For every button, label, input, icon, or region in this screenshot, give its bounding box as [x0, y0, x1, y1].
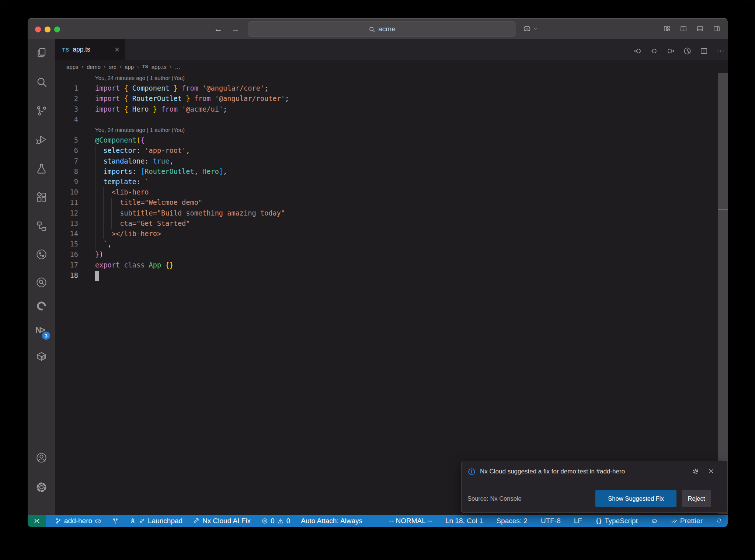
tab-app-ts[interactable]: TS app.ts: [55, 39, 125, 60]
zoom-window-button[interactable]: [54, 27, 60, 32]
code-text: subtitle="Build something amazing today": [95, 208, 285, 218]
remote-indicator[interactable]: [28, 515, 46, 527]
toggle-panel-icon[interactable]: [696, 25, 704, 34]
close-window-button[interactable]: [35, 27, 41, 32]
run-circle-icon[interactable]: [683, 47, 692, 57]
nav-forward-icon[interactable]: →: [231, 24, 240, 34]
link-icon: [139, 518, 145, 524]
minimize-window-button[interactable]: [45, 27, 51, 32]
line-number: 5: [55, 135, 78, 146]
status-label: UTF-8: [541, 517, 561, 525]
status-notifications-bell[interactable]: [716, 518, 723, 524]
title-bar: ← → acme: [28, 18, 728, 39]
breadcrumb-item[interactable]: demo: [87, 64, 101, 70]
breadcrumb-item[interactable]: apps: [66, 64, 79, 70]
status-eol[interactable]: LF: [574, 517, 582, 525]
status-encoding[interactable]: UTF-8: [541, 517, 561, 525]
status-auto-attach[interactable]: Auto Attach: Always: [301, 517, 362, 525]
command-center-search[interactable]: acme: [248, 21, 516, 37]
line-number: 7: [55, 156, 78, 167]
codelens-blame[interactable]: You, 24 minutes ago | 1 author (You): [95, 73, 185, 83]
status-nx-cloud-ai-fix[interactable]: Nx Cloud AI Fix: [193, 517, 251, 525]
line-number: 17: [55, 260, 78, 270]
search-value: acme: [378, 25, 395, 33]
vscode-window: ← → acme TS app.ts N>3 apps›demo›src›app…: [28, 18, 728, 527]
error-icon: [261, 518, 268, 524]
code-line-5: 5@Component({: [28, 135, 728, 146]
typescript-file-icon: TS: [62, 46, 69, 53]
git-branch-icon: [55, 518, 62, 524]
nav-back-icon[interactable]: ←: [214, 24, 222, 34]
copilot-menu[interactable]: [522, 24, 538, 33]
notification-settings-icon[interactable]: [692, 468, 699, 475]
status-vim-mode[interactable]: -- NORMAL --: [389, 517, 432, 525]
activity-explorer-icon[interactable]: [35, 47, 48, 59]
line-number: 13: [55, 218, 78, 229]
code-line-11: 11 title="Welcmoe demo": [28, 197, 728, 208]
line-number: 18: [55, 270, 78, 281]
braces-icon: {}: [595, 518, 602, 524]
editor[interactable]: You, 24 minutes ago | 1 author (You)1imp…: [28, 73, 728, 515]
code-line-6: 6 selector: 'app-root',: [28, 146, 728, 156]
status-nx-project-graph[interactable]: [112, 518, 119, 524]
status-label: Nx Cloud AI Fix: [202, 517, 251, 525]
code-line-8: 8 imports: [RouterOutlet, Hero],: [28, 167, 728, 177]
status-copilot-status[interactable]: [651, 518, 658, 524]
breadcrumb-item[interactable]: …: [175, 64, 180, 70]
status-formatter[interactable]: Prettier: [671, 517, 703, 525]
nav-forward-circle-icon[interactable]: [667, 47, 675, 57]
breadcrumb-item[interactable]: app: [125, 64, 134, 70]
status-label: 0: [271, 517, 275, 525]
breadcrumb-separator: ›: [82, 64, 84, 70]
show-suggested-fix-button[interactable]: Show Suggested Fix: [595, 490, 676, 507]
line-number: 14: [55, 229, 78, 239]
line-number: 15: [55, 239, 78, 249]
status-git-branch[interactable]: add-hero: [55, 517, 101, 525]
status-indentation[interactable]: Spaces: 2: [496, 517, 528, 525]
nav-back-circle-icon[interactable]: [633, 47, 642, 57]
code-line-9: 9 template: `: [28, 177, 728, 188]
editor-scrollbar[interactable]: [718, 73, 728, 514]
line-number: 8: [55, 167, 78, 177]
customize-layout-icon[interactable]: [663, 25, 671, 34]
status-bar: add-heroLaunchpadNx Cloud AI Fix00Auto A…: [28, 515, 728, 527]
reject-button[interactable]: Reject: [682, 490, 711, 507]
status-label: TypeScript: [605, 517, 638, 525]
code-line-12: 12 subtitle="Build something amazing tod…: [28, 208, 728, 219]
code-line-18: 18: [28, 270, 728, 281]
breadcrumb-item[interactable]: src: [109, 64, 116, 70]
status-problems[interactable]: 00: [261, 517, 290, 525]
breadcrumb[interactable]: apps›demo›src›app›TSapp.ts›…: [55, 60, 728, 73]
code-text: imports: [RouterOutlet, Hero],: [95, 167, 227, 177]
codelens-blame[interactable]: You, 24 minutes ago | 1 author (You): [95, 125, 185, 135]
breadcrumb-item[interactable]: app.ts: [152, 64, 167, 70]
status-launchpad[interactable]: Launchpad: [129, 517, 182, 525]
code-text: import { Component } from '@angular/core…: [95, 83, 268, 94]
code-line-1: 1import { Component } from '@angular/cor…: [28, 83, 728, 94]
toggle-secondary-sidebar-icon[interactable]: [713, 25, 720, 34]
status-label: Prettier: [680, 517, 703, 525]
line-number: 10: [55, 187, 78, 197]
code-text: `,: [95, 239, 112, 249]
code-text: selector: 'app-root',: [95, 146, 190, 156]
status-label: -- NORMAL --: [389, 517, 432, 525]
status-language[interactable]: {}TypeScript: [595, 517, 638, 525]
split-editor-icon[interactable]: [700, 47, 708, 57]
project-graph-icon: [112, 518, 119, 524]
breadcrumb-separator: ›: [119, 64, 121, 70]
line-number: 4: [55, 115, 78, 125]
code-line-2: 2import { RouterOutlet } from '@angular/…: [28, 94, 728, 104]
split-editor-left-icon[interactable]: [680, 25, 687, 34]
status-cursor-position[interactable]: Ln 18, Col 1: [445, 517, 483, 525]
line-number: 6: [55, 146, 78, 156]
close-tab-icon[interactable]: [114, 46, 120, 53]
line-number: 2: [55, 94, 78, 104]
code-line-13: 13 cta="Get Started": [28, 218, 728, 229]
nav-dot-circle-icon[interactable]: [650, 47, 658, 57]
line-number: 3: [55, 104, 78, 115]
more-actions-icon[interactable]: [716, 47, 725, 57]
code-text: import { RouterOutlet } from '@angular/r…: [95, 94, 289, 104]
status-label: Spaces: 2: [496, 517, 528, 525]
notification-close-icon[interactable]: [707, 468, 715, 475]
status-label: 0: [286, 517, 290, 525]
